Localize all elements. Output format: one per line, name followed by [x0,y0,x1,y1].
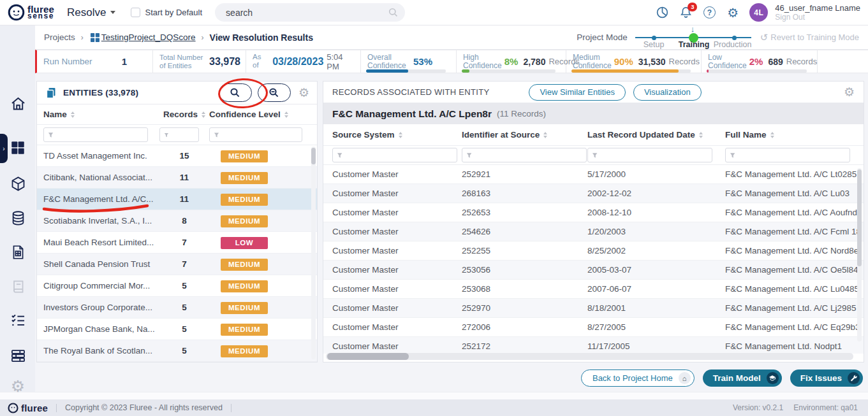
fluree-sense-logo[interactable]: fluree sense [8,4,54,21]
bottom-actions: Back to Project Home ⌂ Train Model Fix I… [581,369,863,387]
top-bar: fluree sense Resolve Start by Default 3 … [0,0,868,25]
full-name-filter-input[interactable] [738,151,850,160]
breadcrumb-project-name[interactable]: TestingProject_DQScore [101,32,196,42]
scrollbar-thumb[interactable] [857,169,862,266]
record-cell: 2005-03-07 [587,265,725,275]
identifier-filter-input[interactable] [474,151,586,160]
entity-row[interactable]: Scotiabank Inverlat, S.A., I...8MEDIUM [37,210,317,232]
home-icon[interactable] [9,94,27,112]
record-row[interactable]: Customer Master2522558/25/2002F&C Manage… [323,241,864,261]
column-source-system[interactable]: Source System [332,130,462,140]
column-full-name[interactable]: Full Name [725,130,864,140]
breadcrumb-current-page: View Resolution Results [210,32,313,43]
record-cell: F&C Management Ltd. A/C Oe5l84 [725,265,864,275]
entity-row[interactable]: TD Asset Management Inc.15MEDIUM [37,145,317,167]
record-cell: 253056 [462,265,587,275]
entity-row[interactable]: The Royal Bank of Scotlan...5MEDIUM [37,340,317,362]
confidence-badge: MEDIUM [221,215,268,227]
user-name: 46_user_fname Lname [775,4,860,13]
record-row[interactable]: Customer Master25217211/17/2005F&C Manag… [323,337,864,354]
records-settings-gear-icon[interactable]: ⚙ [844,85,855,99]
records-vertical-scrollbar[interactable] [857,168,862,341]
entity-zoom-out-button[interactable] [258,83,291,102]
record-row[interactable]: Customer Master2546261/20/2003F&C Manage… [323,222,864,241]
entity-row[interactable]: JPMorgan Chase Bank, Na...5MEDIUM [37,319,317,340]
records-filter-input[interactable] [172,131,198,140]
user-avatar[interactable]: 4L [749,3,768,22]
confidence-cell: MEDIUM [209,150,317,162]
column-name[interactable]: Name [43,110,159,119]
entity-row[interactable]: F&C Management Ltd. A/C...11MEDIUM [37,189,317,210]
train-model-button[interactable]: Train Model [703,369,782,387]
database-icon[interactable] [9,209,27,227]
entity-name: Investors Group Corporate... [43,303,159,312]
report-file-icon[interactable] [9,243,27,261]
app-dropdown-caret-icon[interactable] [110,11,115,14]
help-icon[interactable]: ? [702,6,716,20]
as-of-time: 5:04 PM [327,52,355,71]
scrollbar-thumb[interactable] [311,148,316,164]
reports-pie-icon[interactable] [655,6,669,20]
entity-row[interactable]: Maui Beach Resort Limited...7LOW [37,232,317,254]
zoom-out-magnifier-icon [268,87,279,98]
entity-name: The Royal Bank of Scotlan... [43,346,159,355]
book-icon[interactable] [9,278,27,296]
as-of-date: 03/28/2023 [272,56,323,68]
updated-date-filter-input[interactable] [600,151,712,160]
sidebar-gear-icon[interactable]: ⚙ [9,377,27,395]
project-mode-slider[interactable]: ↓ Setup Training Production [635,28,751,50]
cube-icon[interactable] [9,175,27,192]
record-row[interactable]: Customer Master2530682007-06-07F&C Manag… [323,280,864,299]
confidence-progress-bar [571,69,691,73]
record-row[interactable]: Customer Master2530562005-03-07F&C Manag… [323,261,864,280]
entity-row[interactable]: Investors Group Corporate...5MEDIUM [37,297,317,319]
global-search-input[interactable] [226,8,383,18]
settings-gear-icon[interactable]: ⚙ [726,6,740,20]
entity-search-button[interactable] [219,83,252,102]
notifications-bell-icon[interactable]: 3 [679,6,693,20]
record-row[interactable]: Customer Master2529708/18/2001F&C Manage… [323,299,864,318]
records-horizontal-scrollbar[interactable] [326,353,853,360]
visualization-button[interactable]: Visualization [633,84,702,101]
confidence-cell: LOW [209,236,317,249]
column-records[interactable]: Records [159,110,209,119]
back-to-project-home-button[interactable]: Back to Project Home ⌂ [581,369,695,387]
sort-icon [770,131,775,139]
grid-dashboard-icon[interactable] [9,139,27,157]
scrollbar-thumb[interactable] [327,353,409,360]
entity-record-count: 15 [159,151,209,161]
view-similar-entities-button[interactable]: View Similar Entities [529,84,626,101]
revert-to-training-button[interactable]: ↺ Revert to Training Mode [760,32,859,42]
column-confidence-level[interactable]: Confidence Level [209,110,317,119]
record-row[interactable]: Customer Master2529215/17/2000F&C Manage… [323,165,864,184]
sort-icon [398,131,403,139]
column-identifier-at-source[interactable]: Identifier at Source [462,130,587,140]
record-row[interactable]: Customer Master2720068/27/2005F&C Manage… [323,318,864,337]
name-filter-input[interactable] [56,131,147,140]
entities-vertical-scrollbar[interactable] [311,147,316,359]
column-last-record-updated-date[interactable]: Last Record Updated Date [587,130,725,140]
entity-row[interactable]: Citigroup Commercial Mor...5MEDIUM [37,275,317,297]
entity-row[interactable]: Citibank, National Associat...11MEDIUM [37,167,317,189]
start-by-default-checkbox[interactable] [131,8,140,17]
production-step-dot[interactable] [732,36,737,40]
setup-step-dot[interactable] [652,36,656,40]
checklist-icon[interactable] [9,311,27,329]
record-row[interactable]: Customer Master2526532008-12-10F&C Manag… [323,203,864,222]
stat-confidence-3: Low Confidence2%689Records [702,50,818,73]
server-stack-icon[interactable] [9,347,27,364]
app-name[interactable]: Resolve [67,6,106,19]
start-by-default-label: Start by Default [145,8,202,17]
record-row[interactable]: Customer Master2681632002-12-02F&C Manag… [323,184,864,203]
entities-settings-gear-icon[interactable]: ⚙ [298,85,309,100]
active-nav-indicator[interactable]: › [0,134,8,163]
source-system-filter-input[interactable] [345,151,457,160]
entity-row[interactable]: Shell Canada Pension Trust7MEDIUM [37,254,317,275]
step-label-setup: Setup [644,40,665,49]
stat-confidence-0: Overall Confidence53% [361,50,457,73]
sign-out-link[interactable]: Sign Out [775,13,860,22]
breadcrumb-projects[interactable]: Projects [44,32,75,42]
record-cell: F&C Management Ltd. A/C Eq29b3 [725,322,864,332]
confidence-filter-input[interactable] [222,131,302,140]
fix-issues-button[interactable]: Fix Issues [790,369,863,387]
